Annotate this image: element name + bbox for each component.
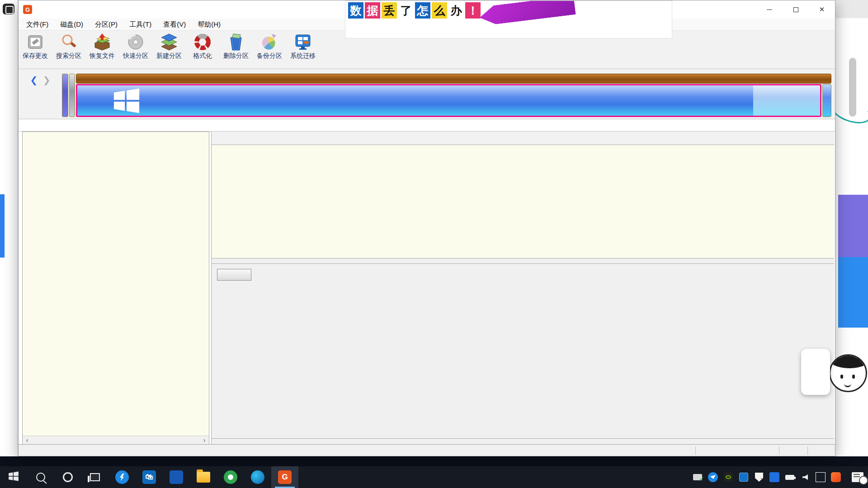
- recover-files-icon: [93, 33, 111, 51]
- scroll-left-icon[interactable]: ‹: [23, 436, 32, 445]
- tray-ime-indicator[interactable]: [816, 472, 826, 482]
- toolbar-recover-files[interactable]: 恢复文件: [85, 31, 119, 60]
- wallpaper-dark-strip: [0, 456, 868, 466]
- tree-horizontal-scrollbar[interactable]: ‹ ›: [23, 436, 209, 445]
- toolbar-new-partition[interactable]: 新建分区: [152, 31, 186, 60]
- sticker-mouth: [844, 384, 851, 387]
- toolbar-button-label: 搜索分区: [56, 52, 81, 60]
- toolbar-backup-partition[interactable]: 备份分区: [253, 31, 286, 60]
- system-migration-icon: [294, 33, 312, 51]
- taskbar-file-explorer[interactable]: [190, 466, 217, 488]
- banner-tile-4: 怎: [415, 2, 430, 19]
- quick-partition-icon: [127, 33, 145, 51]
- taskbar: 🛍 G: [0, 466, 868, 488]
- status-bar: [19, 444, 835, 456]
- windows-start-icon: [8, 471, 19, 483]
- tray-dingtalk-icon[interactable]: [708, 472, 718, 482]
- menu-item-0[interactable]: 文件(F): [20, 19, 54, 30]
- toolbar-button-label: 删除分区: [223, 52, 249, 60]
- task-view-button[interactable]: [81, 466, 108, 488]
- file-explorer-icon: [197, 472, 210, 483]
- maximize-button[interactable]: [783, 0, 809, 19]
- taskbar-edge-app[interactable]: [244, 466, 271, 488]
- start-button[interactable]: [0, 466, 27, 488]
- taskbar-search-button[interactable]: [27, 466, 54, 488]
- store-icon: 🛍: [142, 470, 156, 484]
- toolbar-quick-partition[interactable]: 快速分区: [119, 31, 152, 60]
- toolbar-button-label: 新建分区: [156, 52, 182, 60]
- backup-partition-icon: [260, 33, 278, 51]
- filesystem-details-pane: [212, 258, 834, 445]
- cortana-button[interactable]: [54, 466, 81, 488]
- partition-block-msr[interactable]: [69, 74, 75, 117]
- taskbar-360-browser[interactable]: [217, 466, 244, 488]
- disk-info-line: [19, 119, 835, 131]
- menu-item-2[interactable]: 分区(P): [89, 19, 123, 30]
- new-partition-icon: [160, 33, 178, 51]
- ime-sticker-face: [829, 351, 868, 396]
- word-icon: [170, 470, 183, 484]
- banner-tile-7: ！: [465, 2, 481, 19]
- wallpaper-purple-block: [838, 195, 868, 257]
- tray-chevron-up-icon[interactable]: [677, 472, 687, 482]
- menu-item-5[interactable]: 帮助(H): [192, 19, 226, 30]
- tray-battery-icon[interactable]: [785, 472, 795, 482]
- menu-item-4[interactable]: 查看(V): [157, 19, 192, 30]
- tray-volume-icon[interactable]: [800, 472, 810, 482]
- analyze-button[interactable]: [217, 269, 251, 281]
- minimize-button[interactable]: [756, 0, 783, 19]
- sticker-eye: [852, 375, 855, 379]
- partition-block-re-tools[interactable]: [822, 84, 831, 117]
- toolbar-button-label: 保存更改: [23, 52, 48, 60]
- partition-block-esp[interactable]: [62, 74, 68, 117]
- search-icon: [36, 473, 45, 482]
- disk-graphic-panel: ❮ ❯: [19, 69, 835, 119]
- scroll-right-icon[interactable]: ›: [200, 436, 209, 445]
- background-close-icon[interactable]: [835, 0, 868, 18]
- partition-bar: [62, 74, 831, 117]
- tray-printer-icon[interactable]: [693, 472, 703, 482]
- toolbar-button-label: 系统迁移: [290, 52, 316, 60]
- svg-text:G: G: [25, 6, 30, 13]
- toolbar-button-label: 恢复文件: [90, 52, 115, 60]
- next-disk-arrow-icon[interactable]: ❯: [43, 75, 51, 85]
- toolbar-format[interactable]: 格式化: [186, 31, 219, 60]
- toolbar-delete-partition[interactable]: 删除分区: [219, 31, 253, 60]
- toolbar-save-changes[interactable]: 保存更改: [19, 31, 52, 60]
- banner-headline: 数据丢了怎么办！: [348, 2, 481, 19]
- taskbar-word-app[interactable]: [163, 466, 190, 488]
- toolbar-search-partition[interactable]: 搜索分区: [52, 31, 85, 60]
- menu-item-3[interactable]: 工具(T): [123, 19, 157, 30]
- ad-banner[interactable]: 数据丢了怎么办！: [345, 0, 672, 38]
- browser-360-icon: [224, 470, 237, 484]
- background-blue-block: [0, 194, 5, 258]
- banner-tile-5: 么: [432, 2, 447, 19]
- tray-nvidia-icon[interactable]: [723, 472, 733, 482]
- task-view-icon: [90, 473, 100, 481]
- action-center-button[interactable]: [852, 472, 863, 482]
- tray-intel-graphics-icon[interactable]: [739, 472, 749, 482]
- prev-disk-arrow-icon[interactable]: ❮: [30, 75, 38, 85]
- partition-block-windows-c[interactable]: [76, 84, 821, 117]
- screen: G ✕ 文件(F)磁盘(D)分区(P)工具(T)查看(V)帮助(H) 保存更改搜…: [0, 0, 868, 488]
- taskbar-diskgenius-app[interactable]: G: [271, 466, 298, 488]
- diskgenius-taskbar-icon: G: [278, 470, 292, 484]
- tray-snowflake-icon[interactable]: [769, 472, 779, 482]
- menu-item-1[interactable]: 磁盘(D): [54, 19, 89, 30]
- taskbar-thunder-app[interactable]: [108, 466, 136, 488]
- tray-security-shield-icon[interactable]: [754, 472, 764, 482]
- close-button[interactable]: ✕: [809, 0, 835, 19]
- toolbar-system-migration[interactable]: 系统迁移: [286, 31, 320, 60]
- gpt-header-band: [76, 74, 831, 84]
- ime-status-widget[interactable]: [801, 349, 830, 395]
- banner-tile-6: 办: [448, 2, 464, 19]
- banner-tile-2: 丢: [382, 2, 397, 19]
- toolbar-button-label: 快速分区: [123, 52, 148, 60]
- diskgenius-window: G ✕ 文件(F)磁盘(D)分区(P)工具(T)查看(V)帮助(H) 保存更改搜…: [18, 0, 835, 456]
- sticker-hair: [829, 354, 867, 368]
- tray-sogou-icon[interactable]: [831, 472, 841, 482]
- cortana-icon: [63, 472, 73, 482]
- banner-tile-0: 数: [348, 2, 363, 19]
- taskbar-store-app[interactable]: 🛍: [136, 466, 163, 488]
- details-separator: [212, 263, 834, 264]
